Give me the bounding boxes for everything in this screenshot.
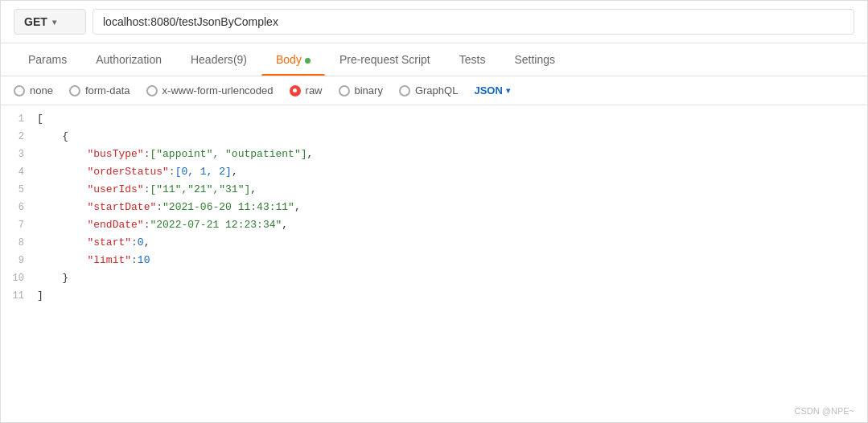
watermark: CSDN @NPE~: [795, 406, 854, 416]
radio-raw-circle: [290, 85, 301, 97]
code-line: 2 {: [1, 129, 867, 147]
tab-settings-label: Settings: [514, 53, 555, 66]
tab-authorization[interactable]: Authorization: [81, 43, 176, 76]
code-line: 8 "start":0,: [1, 236, 867, 253]
tab-body[interactable]: Body: [261, 43, 325, 76]
radio-binary-label: binary: [355, 84, 383, 97]
json-value: ["appoint", "outpatient"]: [150, 148, 306, 160]
json-key: "start": [87, 236, 131, 248]
line-number: 3: [1, 148, 37, 160]
radio-graphql[interactable]: GraphQL: [399, 84, 458, 97]
line-content: "userIds":["11","21","31"],: [37, 183, 867, 195]
code-line: 6 "startDate":"2021-06-20 11:43:11",: [1, 200, 867, 218]
tab-pre-request[interactable]: Pre-request Script: [325, 43, 445, 76]
line-content: {: [37, 130, 867, 142]
tab-tests-label: Tests: [459, 53, 486, 66]
code-line: 9 "limit":10: [1, 253, 867, 271]
json-value: 10: [138, 254, 150, 266]
line-number: 6: [1, 201, 37, 213]
line-number: 10: [1, 272, 37, 284]
line-number: 9: [1, 254, 37, 266]
code-line: 5 "userIds":["11","21","31"],: [1, 183, 867, 200]
json-value: "2022-07-21 12:23:34": [150, 219, 282, 231]
json-key: "endDate": [87, 219, 143, 231]
method-label: GET: [24, 15, 47, 28]
line-number: 1: [1, 113, 37, 125]
radio-urlencoded-circle: [146, 85, 158, 97]
url-bar: GET ▾: [1, 1, 867, 43]
tab-authorization-label: Authorization: [96, 53, 162, 66]
line-number: 2: [1, 130, 37, 142]
headers-badge: (9): [233, 53, 247, 66]
line-content: "startDate":"2021-06-20 11:43:11",: [37, 201, 867, 213]
line-content: "start":0,: [37, 236, 867, 248]
line-content: "orderStatus":[0, 1, 2],: [37, 166, 867, 178]
json-value: 0: [138, 236, 144, 248]
json-key: "limit": [87, 254, 131, 266]
tab-tests[interactable]: Tests: [445, 43, 500, 76]
code-line: 3 "busType":["appoint", "outpatient"],: [1, 147, 867, 165]
json-selector[interactable]: JSON ▾: [474, 84, 509, 97]
radio-urlencoded-label: x-www-form-urlencoded: [162, 84, 274, 97]
line-content: "endDate":"2022-07-21 12:23:34",: [37, 219, 867, 231]
radio-form-data[interactable]: form-data: [69, 84, 130, 97]
url-input[interactable]: [93, 9, 854, 35]
radio-none-circle: [14, 85, 25, 97]
tab-headers[interactable]: Headers(9): [176, 43, 261, 76]
radio-raw-label: raw: [306, 84, 323, 97]
line-content: }: [37, 272, 867, 284]
radio-form-data-circle: [69, 85, 80, 97]
radio-raw[interactable]: raw: [290, 84, 323, 97]
main-container: GET ▾ Params Authorization Headers(9) Bo…: [0, 0, 868, 423]
method-selector[interactable]: GET ▾: [14, 9, 86, 35]
editor-area[interactable]: 1[2 {3 "busType":["appoint", "outpatient…: [1, 105, 867, 313]
code-line: 1[: [1, 112, 867, 129]
line-content: "limit":10: [37, 254, 867, 266]
json-label: JSON: [474, 84, 502, 97]
json-key: "orderStatus": [87, 166, 168, 178]
radio-binary-circle: [339, 85, 350, 97]
json-value: ["11","21","31"]: [150, 183, 250, 195]
tab-pre-request-label: Pre-request Script: [339, 53, 430, 66]
code-line: 10 }: [1, 271, 867, 289]
line-number: 11: [1, 290, 37, 302]
radio-none[interactable]: none: [14, 84, 53, 97]
line-content: ]: [37, 290, 867, 302]
radio-graphql-label: GraphQL: [415, 84, 458, 97]
json-value: [0, 1, 2]: [175, 166, 232, 178]
json-key: "userIds": [87, 183, 143, 195]
radio-binary[interactable]: binary: [339, 84, 383, 97]
body-types-row: none form-data x-www-form-urlencoded raw…: [1, 76, 867, 105]
tab-body-label: Body: [276, 53, 302, 66]
json-chevron: ▾: [506, 86, 510, 95]
radio-graphql-circle: [399, 85, 410, 97]
code-line: 7 "endDate":"2022-07-21 12:23:34",: [1, 218, 867, 236]
code-line: 4 "orderStatus":[0, 1, 2],: [1, 165, 867, 183]
radio-none-label: none: [30, 84, 53, 97]
tab-params-label: Params: [28, 53, 67, 66]
tab-headers-label: Headers: [191, 53, 233, 66]
tab-params[interactable]: Params: [14, 43, 81, 76]
line-content: "busType":["appoint", "outpatient"],: [37, 148, 867, 160]
code-line: 11]: [1, 289, 867, 306]
json-value: "2021-06-20 11:43:11": [162, 201, 294, 213]
body-dot: [305, 58, 311, 64]
line-number: 7: [1, 219, 37, 231]
line-number: 8: [1, 236, 37, 248]
json-key: "busType": [87, 148, 143, 160]
line-number: 4: [1, 166, 37, 178]
radio-urlencoded[interactable]: x-www-form-urlencoded: [146, 84, 274, 97]
method-chevron: ▾: [52, 18, 56, 27]
json-key: "startDate": [87, 201, 156, 213]
line-content: [: [37, 113, 867, 125]
radio-form-data-label: form-data: [85, 84, 130, 97]
tab-settings[interactable]: Settings: [500, 43, 570, 76]
line-number: 5: [1, 183, 37, 195]
tabs-row: Params Authorization Headers(9) Body Pre…: [1, 43, 867, 76]
